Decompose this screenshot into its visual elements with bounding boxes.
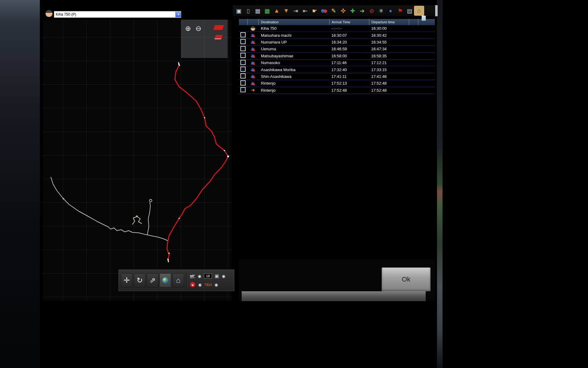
table-row[interactable]: ➜Rintenjo17:52:4817:52:48 xyxy=(239,87,435,94)
properties-icon[interactable]: ✳ xyxy=(376,6,386,15)
row-checkbox[interactable] xyxy=(240,53,246,58)
driver-icon xyxy=(251,26,255,31)
departure-cell: 17:33:15 xyxy=(369,67,409,72)
speed-gauge-icon[interactable] xyxy=(190,282,195,287)
destination-cell: Shin-Asashikawa xyxy=(258,74,329,79)
edit-schedule-icon[interactable]: ✎ xyxy=(329,6,338,15)
arrival-cell: 17:52:13 xyxy=(329,81,369,86)
consist-dropdown[interactable]: Kiha 750 (P) xyxy=(54,11,181,18)
junction-marker xyxy=(227,155,229,157)
gauge-radio[interactable] xyxy=(198,283,202,287)
marker-white-1 xyxy=(224,150,225,151)
row-checkbox[interactable] xyxy=(240,80,246,86)
portal-assign-icon[interactable]: ➧ xyxy=(386,6,395,15)
flag-icon[interactable]: ⚑ xyxy=(395,6,405,15)
move-up-icon[interactable]: ▲ xyxy=(272,6,281,15)
grid-large-icon[interactable]: ▦ xyxy=(262,6,272,15)
map-toolbar-buttons: ✛↻⇗⌂ xyxy=(120,273,185,287)
track-white-zigzag xyxy=(132,217,142,224)
row-checkbox[interactable] xyxy=(240,87,246,92)
header-extra-1 xyxy=(409,19,418,25)
destination-cell: Matsubayashimae xyxy=(258,54,329,58)
gradient-tool-icon[interactable] xyxy=(213,25,224,30)
route-red xyxy=(167,65,228,260)
destination-cell: NumaHara UP xyxy=(258,40,329,44)
destination-cell: Rintenjo xyxy=(258,81,329,86)
departure-cell: 17:52:48 xyxy=(369,81,409,86)
arrival-cell: --:--:-- xyxy=(329,26,369,31)
remove-driver-icon[interactable]: ⊘ xyxy=(367,6,376,15)
grade-display-icon[interactable]: 30° xyxy=(190,274,195,278)
departure-cell: 17:52:48 xyxy=(369,88,409,93)
marker-yellow xyxy=(136,216,138,217)
arrival-cell: 16:46:59 xyxy=(329,47,369,51)
departure-cell: 16:58:35 xyxy=(369,54,409,58)
header-extra-2 xyxy=(418,19,435,25)
table-row[interactable]: ♟♟Uenuma16:46:5916:47:34 xyxy=(239,46,435,52)
copy-commands-icon[interactable]: ✜ xyxy=(338,6,348,15)
table-row[interactable]: ♟♟Shin-Asashikawa17:41:1117:41:46 xyxy=(239,73,435,80)
header-departure[interactable]: Departure time xyxy=(369,19,409,25)
layers-icon[interactable]: ▣ xyxy=(215,273,219,279)
row-checkbox[interactable] xyxy=(240,32,246,37)
marker-green xyxy=(168,253,170,254)
home-button[interactable]: ⌂ xyxy=(172,273,184,287)
table-row[interactable]: ♟♟Asashikawa Moriba17:32:4017:33:15 xyxy=(239,66,435,73)
keyboard-icon[interactable]: ▤ xyxy=(405,6,414,15)
layers-radio[interactable] xyxy=(222,274,225,278)
header-arrival[interactable]: Arrival Time xyxy=(329,19,369,25)
arrival-cell: 16:58:00 xyxy=(329,54,369,58)
row-checkbox[interactable] xyxy=(240,67,246,72)
rotate-view-button[interactable]: ↻ xyxy=(134,273,145,287)
ok-button[interactable]: Ok xyxy=(382,267,431,291)
station-icon: ♟♟ xyxy=(250,67,255,72)
move-down-icon[interactable]: ▼ xyxy=(281,6,291,15)
zoom-in-icon[interactable] xyxy=(184,25,192,33)
scrollbar-thumb[interactable] xyxy=(422,16,426,21)
destination-cell: Kiha 750 xyxy=(258,26,329,31)
grid-small-icon[interactable]: ▦ xyxy=(253,6,262,15)
hand-pick-icon[interactable]: ☛ xyxy=(310,6,319,15)
insert-command-icon[interactable]: ✚ xyxy=(348,6,357,15)
table-row[interactable]: ♟♟Matsubayashimae16:58:0016:58:35 xyxy=(239,53,435,59)
row-checkbox[interactable] xyxy=(240,39,246,44)
table-row[interactable]: ♟♟Numasoko17:11:4617:12:21 xyxy=(239,59,435,66)
marker-white-5 xyxy=(168,259,169,260)
fit-view-button[interactable]: ✛ xyxy=(121,273,133,287)
depot-icon[interactable]: ⌂ xyxy=(414,6,424,15)
ts-logo[interactable]: TS14 xyxy=(204,283,212,286)
pan-link-button[interactable]: ⇗ xyxy=(147,273,158,287)
header-destination[interactable]: Destination xyxy=(258,19,329,25)
schedule-rows: Kiha 750--:--:--16:30:00♟♟Matsuhara mach… xyxy=(239,25,435,94)
gradient-tool-small-icon[interactable] xyxy=(214,35,223,39)
arrival-cell: 17:32:40 xyxy=(329,67,369,72)
route-map[interactable] xyxy=(43,20,232,301)
row-checkbox[interactable] xyxy=(240,46,246,51)
row-checkbox[interactable] xyxy=(240,73,246,79)
table-row[interactable]: ♟♟NumaHara UP16:34:2016:34:55 xyxy=(239,39,435,46)
run-schedule-icon[interactable]: ➔ xyxy=(357,6,367,15)
departure-cell: 16:47:34 xyxy=(369,47,409,51)
insert-row-icon[interactable]: ⇥ xyxy=(291,6,300,15)
table-row[interactable]: ♟♟Rintenjo17:52:1317:52:48 xyxy=(239,80,435,87)
zoom-out-icon[interactable] xyxy=(194,25,202,33)
map-display-options: 30° 18 ▣ TS14 xyxy=(190,272,225,288)
table-row[interactable]: ♟♟Matsuhara machi16:30:0716:30:42 xyxy=(239,32,435,39)
departure-cell: 16:30:00 xyxy=(369,26,409,31)
table-row[interactable]: Kiha 750--:--:--16:30:00 xyxy=(239,25,435,32)
drivers-icon[interactable]: ☻☻ xyxy=(319,6,329,15)
station-icon: ♟♟ xyxy=(250,33,255,37)
track-white-branch xyxy=(147,202,150,235)
table-header: Destination Arrival Time Departure time xyxy=(239,19,435,25)
grade-radio[interactable] xyxy=(198,274,201,278)
chevron-down-icon[interactable] xyxy=(175,12,181,17)
departure-cell: 17:41:46 xyxy=(369,74,409,79)
row-checkbox[interactable] xyxy=(240,60,246,65)
append-row-icon[interactable]: ⇤ xyxy=(300,6,310,15)
logo-radio[interactable] xyxy=(214,283,218,287)
globe-button[interactable] xyxy=(160,273,171,287)
trash-icon[interactable]: ▯ xyxy=(243,6,253,15)
marker-white-3 xyxy=(178,64,179,65)
save-icon[interactable]: ▣ xyxy=(234,6,243,15)
dialog-bottom-bar xyxy=(242,291,426,301)
